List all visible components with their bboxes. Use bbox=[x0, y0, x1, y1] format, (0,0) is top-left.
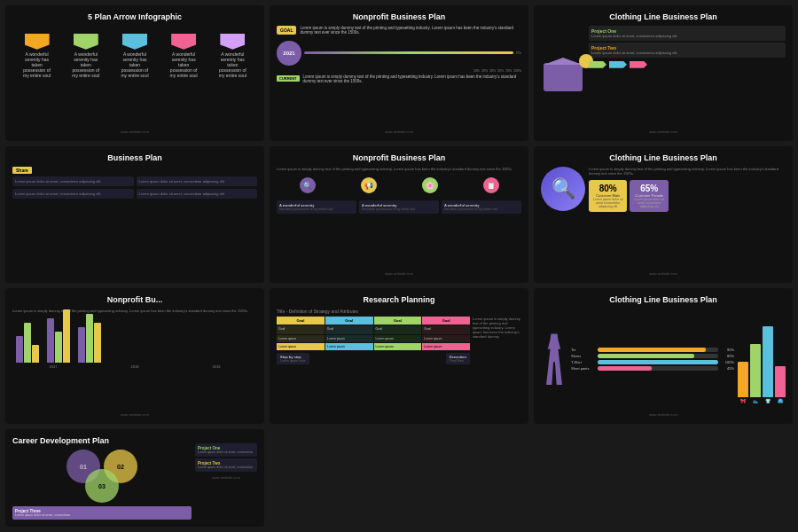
m2: 20% bbox=[481, 69, 488, 73]
slide6-body: Lorem ipsum is simply dummy text of the … bbox=[589, 167, 786, 176]
store-building bbox=[544, 63, 583, 91]
timeline-area: 2021 0% bbox=[277, 41, 521, 66]
hbar-tie-label: Tie bbox=[571, 348, 596, 352]
slide3-content: Project One Lorem ipsum dolor sit amet, … bbox=[541, 26, 786, 129]
slide8-subtitle: Title - Definition of Strategy and Attri… bbox=[277, 309, 521, 314]
slide8-content: Title - Definition of Strategy and Attri… bbox=[277, 309, 521, 418]
project-one-text: Lorem ipsum dolor sit amet, consectetur bbox=[198, 450, 254, 454]
male-desc: Lorem ipsum dolor sitamet consecteturadi… bbox=[593, 198, 622, 208]
vbar-3: 👕 bbox=[763, 326, 773, 403]
store-roof bbox=[544, 58, 583, 65]
arrow-ind-2 bbox=[609, 61, 627, 68]
career-cards-area: Project Three Lorem ipsum dolor sit amet… bbox=[12, 506, 192, 520]
bar-3b bbox=[86, 314, 93, 363]
clothing-bottom-layout: Tie 90% Shoes 80% T-Shirt bbox=[541, 309, 786, 411]
vbar-2-label: 👟 bbox=[753, 398, 758, 403]
card2-text: has taken possession of my entire soul bbox=[362, 207, 436, 211]
hbar-shorts-track bbox=[598, 366, 718, 371]
hbar-tie: Tie 90% bbox=[571, 348, 734, 352]
icon-3: 🌸 bbox=[422, 177, 438, 193]
current-row: CURRENT Lorem ipsum is simply dummy text… bbox=[277, 74, 521, 83]
bar-2a bbox=[47, 318, 54, 363]
arrow-ind-1 bbox=[589, 61, 606, 68]
arrow-body-5 bbox=[220, 34, 245, 50]
slide2-title: Nonprofit Business Plan bbox=[277, 12, 521, 22]
cell-3-2: Lorem ipsum bbox=[325, 343, 373, 350]
hbar-shoes-pct: 80% bbox=[720, 354, 734, 358]
hbar-tie-fill bbox=[598, 348, 706, 352]
current-badge: CURRENT bbox=[277, 75, 300, 82]
goal-row: GOAL Lorem ipsum is simply dummy text of… bbox=[277, 26, 521, 35]
timeline-line bbox=[304, 51, 513, 54]
female-desc: Lorem ipsum dolor sitamet consecteturadi… bbox=[634, 198, 663, 208]
hbar-shorts: Short pants 45% bbox=[571, 366, 734, 371]
slide1-content: A wonderful serenity has taken possessio… bbox=[12, 26, 257, 129]
step-item: Step by step Lorem ipsum color bbox=[277, 353, 309, 364]
item2: Lorem ipsum dolor sit amet, consectetur … bbox=[12, 189, 134, 199]
mini-cards-area: A wonderful serenity has taken possessio… bbox=[277, 200, 521, 214]
col-header-2: Goal bbox=[325, 317, 373, 325]
slide-3: Clothing Line Business Plan Project One … bbox=[534, 5, 793, 141]
content-columns: Lorem ipsum dolor sit amet, consectetur … bbox=[12, 176, 257, 199]
card3: A wonderful serenity has taken possessio… bbox=[442, 200, 521, 214]
female-pct: 65% bbox=[634, 184, 663, 193]
magnify-icon: 🔍 bbox=[541, 167, 585, 211]
slide7-content: Lorem ipsum is simply dummy text of the … bbox=[12, 309, 257, 411]
slide10-layout: Career Development Plan 01 02 03 Project… bbox=[12, 436, 257, 520]
m6: 100% bbox=[513, 69, 521, 73]
arrow-4: A wonderful serenity has taken possessio… bbox=[168, 34, 199, 78]
project-card-1: Project One Lorem ipsum dolor sit amet, … bbox=[589, 26, 786, 41]
card1: A wonderful serenity has taken possessio… bbox=[277, 200, 356, 214]
slide3-layout: Project One Lorem ipsum dolor sit amet, … bbox=[541, 26, 786, 129]
slide-1: 5 Plan Arrow Infographic A wonderful ser… bbox=[5, 5, 264, 141]
venn-3: 03 bbox=[85, 469, 119, 503]
project-three-text: Lorem ipsum dolor sit amet, consectetur bbox=[15, 513, 189, 517]
bar-1c bbox=[32, 345, 39, 363]
item3: Lorem ipsum dolor sit amet, consectetur … bbox=[137, 176, 258, 186]
pbox-male: 80% Customer Male Lorem ipsum dolor sita… bbox=[589, 180, 627, 212]
hbar-shoes-track bbox=[598, 354, 718, 358]
vbar-1: 🎀 bbox=[738, 362, 748, 403]
footer-row: Step by step Lorem ipsum color Execution… bbox=[277, 353, 470, 364]
slide4-content: Share Lorem ipsum dolor sit amet, consec… bbox=[12, 167, 257, 276]
hbar-shoes-label: Shoes bbox=[571, 354, 596, 358]
slide-6: Clothing Line Business Plan 🔍 Lorem ipsu… bbox=[534, 146, 793, 282]
slide-10: Career Development Plan 01 02 03 Project… bbox=[5, 429, 264, 527]
research-text-col: Lorem ipsum is simply dummy text of the … bbox=[473, 317, 521, 364]
career-card-1: Project One Lorem ipsum dolor sit amet, … bbox=[195, 443, 257, 457]
slide5-title: Nonprofit Business Plan bbox=[277, 153, 521, 163]
slide10-left: Career Development Plan 01 02 03 Project… bbox=[12, 436, 192, 520]
slide10-right: Project One Lorem ipsum dolor sit amet, … bbox=[195, 436, 257, 520]
icon-4: 📋 bbox=[483, 177, 499, 193]
vbar-4-label: 🩳 bbox=[778, 398, 783, 403]
research-table: Goal Goal Goal Goal Goal Goal Goal Goal … bbox=[277, 317, 470, 364]
share-badge: Share bbox=[12, 167, 32, 174]
col-header-3: Goal bbox=[374, 317, 422, 325]
col1: Lorem ipsum dolor sit amet, consectetur … bbox=[12, 176, 134, 199]
cell-1-2: Goal bbox=[325, 325, 373, 334]
pbox-female: 65% Customer Female Lorem ipsum dolor si… bbox=[630, 180, 668, 212]
icons-row: 🔍 📢 🌸 📋 bbox=[277, 177, 521, 193]
hbar-tshirt-fill bbox=[598, 360, 718, 364]
year-3: 2019 bbox=[213, 364, 221, 369]
year-1: 2017 bbox=[50, 364, 58, 369]
hbar-tshirt: T-Shirt 100% bbox=[571, 360, 734, 364]
vbar-3-bar bbox=[763, 326, 773, 397]
hbar-tie-pct: 90% bbox=[720, 348, 734, 352]
slide5-subtitle: Lorem ipsum is simply dummy text of the … bbox=[277, 167, 521, 171]
slide-4: Business Plan Share Lorem ipsum dolor si… bbox=[5, 146, 264, 282]
bar-group-1 bbox=[16, 323, 39, 363]
vbar-1-bar bbox=[738, 362, 748, 397]
year-2: 2018 bbox=[131, 364, 139, 369]
figure-silhouette bbox=[546, 333, 562, 385]
cell-2-4: Lorem ipsum bbox=[422, 335, 470, 342]
m3: 30% bbox=[489, 69, 496, 73]
venn-container: 01 02 03 bbox=[66, 450, 137, 503]
vbar-1-label: 🎀 bbox=[740, 398, 746, 403]
slide6-content: 🔍 Lorem ipsum is simply dummy text of th… bbox=[541, 167, 786, 270]
career-card-3: Project Three Lorem ipsum dolor sit amet… bbox=[12, 506, 192, 520]
hbar-shorts-label: Short pants bbox=[571, 366, 596, 371]
slide-5: Nonprofit Business Plan Lorem ipsum is s… bbox=[270, 146, 528, 282]
slide10-title: Career Development Plan bbox=[12, 436, 192, 446]
col-header-1: Goal bbox=[277, 317, 325, 325]
